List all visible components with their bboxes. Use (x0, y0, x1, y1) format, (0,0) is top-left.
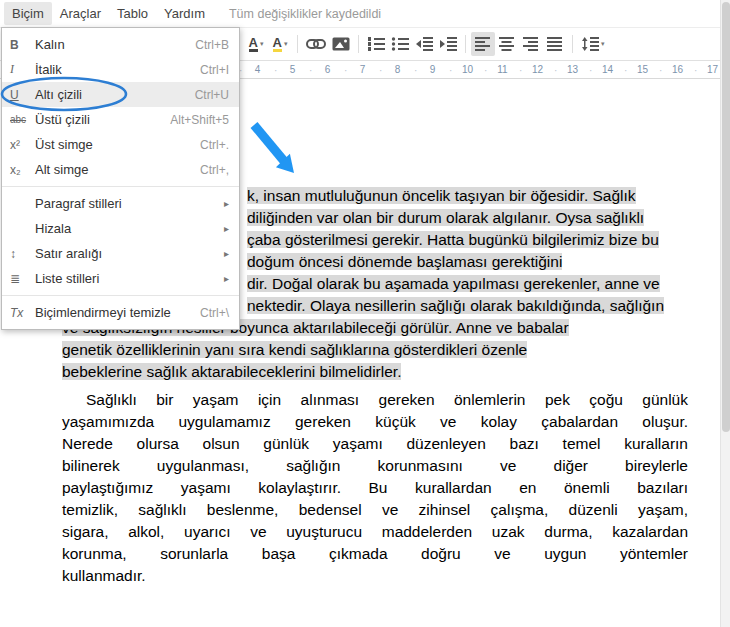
scrollbar-thumb[interactable] (722, 2, 730, 432)
text-color-button[interactable]: A ▾ (244, 32, 268, 56)
text-line[interactable]: bebeklerine sağlık aktarabileceklerini b… (62, 361, 702, 383)
menu-item-label: Paragraf stilleri (35, 196, 224, 211)
menu-help[interactable]: Yardım (156, 2, 213, 25)
chevron-down-icon: ▾ (284, 40, 288, 48)
align-center-icon (499, 37, 515, 51)
text-line[interactable]: sigara, alkol, uyarıcı ve uyuşturucu mad… (62, 521, 688, 543)
line-spacing-icon (581, 37, 599, 51)
menu-item-paragraph-styles[interactable]: Paragraf stilleri ▸ (2, 191, 239, 216)
menu-shortcut: Alt+Shift+5 (170, 113, 229, 127)
text-line[interactable]: yaşamımızda uygulamamız gereken küçük ve… (62, 411, 688, 433)
highlight-color-button[interactable]: A ▾ (268, 32, 292, 56)
menu-item-strikethrough[interactable]: abc Üstü çizili Alt+Shift+5 (2, 107, 239, 132)
toolbar-separator (465, 35, 466, 53)
highlight-color-icon: A (273, 37, 282, 52)
toolbar-separator (358, 35, 359, 53)
menu-format[interactable]: Biçim (4, 2, 52, 25)
menu-item-label: Liste stilleri (35, 271, 224, 286)
text-line[interactable]: korunma, sorunlarla başa çıkmada doğru v… (62, 543, 688, 565)
save-status: Tüm değişiklikler kaydedildi (229, 7, 381, 21)
menu-shortcut: Ctrl+I (200, 63, 229, 77)
increase-indent-button[interactable] (436, 32, 460, 56)
align-left-button[interactable] (471, 32, 495, 56)
menu-shortcut: Ctrl+B (195, 38, 229, 52)
menu-item-underline[interactable]: U Altı çizili Ctrl+U (2, 82, 239, 107)
app-window: k, insan mutluluğunun öncelik taşıyan bi… (0, 0, 730, 627)
numbered-list-button[interactable] (364, 32, 388, 56)
paragraph-2: Sağlıklı bir yaşam için alınması gereken… (62, 389, 688, 587)
ruler-number: 8 (380, 64, 415, 75)
submenu-arrow-icon: ▸ (224, 223, 229, 234)
menu-bar: Biçim Araçlar Tablo Yardım Tüm değişikli… (0, 0, 730, 27)
menu-item-superscript[interactable]: x² Üst simge Ctrl+. (2, 132, 239, 157)
text-line[interactable]: kullanmadır. (62, 565, 688, 587)
text-line[interactable]: genetik özelliklerinin yanı sıra kendi s… (62, 339, 702, 361)
ruler-number: 11 (485, 64, 520, 75)
align-right-button[interactable] (519, 32, 543, 56)
menu-separator (2, 186, 239, 187)
ruler-number: 7 (345, 64, 380, 75)
menu-item-align[interactable]: Hizala ▸ (2, 216, 239, 241)
menu-shortcut: Ctrl+, (200, 163, 229, 177)
menu-table[interactable]: Tablo (109, 2, 156, 25)
clear-formatting-icon: Tx (10, 306, 35, 320)
align-center-button[interactable] (495, 32, 519, 56)
menu-item-label: İtalik (35, 62, 200, 77)
menu-item-label: Biçimlendirmeyi temizle (35, 305, 200, 320)
justify-button[interactable] (543, 32, 567, 56)
list-styles-icon: ≣ (10, 272, 35, 286)
decrease-indent-button[interactable] (412, 32, 436, 56)
text-line[interactable]: Sağlıklı bir yaşam için alınması gereken… (62, 389, 688, 411)
menu-item-label: Üstü çizili (35, 112, 170, 127)
menu-tools[interactable]: Araçlar (52, 2, 109, 25)
subscript-icon: x₂ (10, 163, 35, 177)
bulleted-list-icon (391, 37, 409, 51)
ruler-number: 9 (415, 64, 450, 75)
text-line[interactable]: Nerede olursa olsun günlük yaşamı düzenl… (62, 433, 688, 455)
line-spacing-button[interactable]: ▾ (578, 32, 608, 56)
ruler-number: 13 (555, 64, 590, 75)
scrollbar-track[interactable] (720, 0, 730, 627)
menu-item-subscript[interactable]: x₂ Alt simge Ctrl+, (2, 157, 239, 182)
menu-item-label: Altı çizili (35, 87, 195, 102)
text-line[interactable]: temizlik, sağlıklı beslenme, bedensel ve… (62, 499, 688, 521)
menu-item-label: Hizala (35, 221, 224, 236)
text-line[interactable]: bilinerek uygulanması, sağlığın korunmas… (62, 455, 688, 477)
ruler-number: 15 (625, 64, 660, 75)
submenu-arrow-icon: ▸ (224, 198, 229, 209)
ruler-number: 5 (275, 64, 310, 75)
ruler-number: 4 (240, 64, 275, 75)
menu-shortcut: Ctrl+\ (200, 306, 229, 320)
ruler-number: 16 (660, 64, 695, 75)
menu-shortcut: Ctrl+U (195, 88, 229, 102)
toolbar-separator (297, 35, 298, 53)
menu-item-italic[interactable]: I İtalik Ctrl+I (2, 57, 239, 82)
menu-item-bold[interactable]: B Kalın Ctrl+B (2, 32, 239, 57)
align-right-icon (523, 37, 539, 51)
underline-icon: U (10, 88, 35, 102)
increase-indent-icon (439, 37, 457, 51)
toolbar-separator (572, 35, 573, 53)
submenu-arrow-icon: ▸ (224, 273, 229, 284)
ruler-number: 10 (450, 64, 485, 75)
bulleted-list-button[interactable] (388, 32, 412, 56)
insert-link-button[interactable] (303, 32, 329, 56)
menu-item-line-spacing[interactable]: ↕ Satır aralığı ▸ (2, 241, 239, 266)
bold-icon: B (10, 38, 35, 52)
numbered-list-icon (367, 37, 385, 51)
line-spacing-icon: ↕ (10, 247, 35, 261)
text-line[interactable]: paylaştığımız yaşamı kolaylaştırır. Bu k… (62, 477, 688, 499)
submenu-arrow-icon: ▸ (224, 248, 229, 259)
italic-icon: I (10, 62, 35, 77)
superscript-icon: x² (10, 138, 35, 152)
insert-image-button[interactable] (329, 32, 353, 56)
menu-item-label: Satır aralığı (35, 246, 224, 261)
menu-item-clear-formatting[interactable]: Tx Biçimlendirmeyi temizle Ctrl+\ (2, 300, 239, 325)
ruler-number: 6 (310, 64, 345, 75)
strikethrough-icon: abc (10, 114, 35, 125)
menu-item-list-styles[interactable]: ≣ Liste stilleri ▸ (2, 266, 239, 291)
chevron-down-icon: ▾ (601, 40, 605, 48)
ruler-number: 12 (520, 64, 555, 75)
menu-item-label: Alt simge (35, 162, 200, 177)
link-icon (306, 38, 326, 50)
